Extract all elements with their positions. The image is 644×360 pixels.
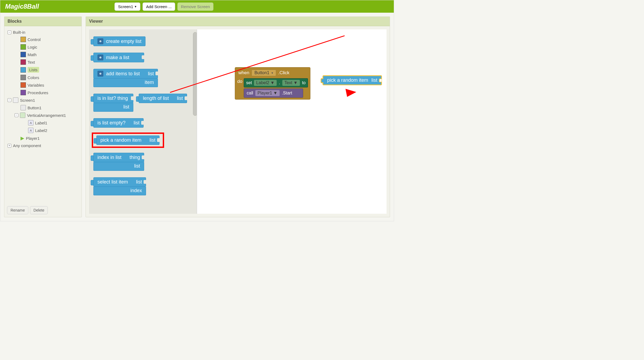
- block-arg: list: [123, 104, 129, 110]
- block-create-empty-list[interactable]: create empty list: [93, 36, 145, 46]
- event-name: .Click: [278, 70, 290, 76]
- block-label: add items to list: [106, 71, 140, 77]
- tree-label: Label1: [35, 121, 47, 125]
- svg-marker-6: [345, 89, 356, 97]
- remove-screen-button[interactable]: Remove Screen: [177, 2, 213, 11]
- add-screen-button[interactable]: Add Screen ...: [143, 2, 175, 11]
- tree-label: Any component: [13, 143, 41, 148]
- tree-label: Text: [28, 60, 35, 64]
- block-label: pick a random item: [327, 77, 368, 83]
- block-arg: thing: [130, 155, 140, 160]
- color-swatch-icon: [21, 59, 26, 65]
- app-title: Magic8Ball: [5, 3, 39, 10]
- tree-label: VerticalArrangement1: [27, 113, 66, 118]
- block-arg: list: [150, 137, 155, 143]
- viewer-canvas[interactable]: create empty list make a list add items …: [89, 29, 387, 214]
- collapse-icon[interactable]: −: [8, 98, 11, 102]
- block-arg: list: [134, 163, 140, 169]
- viewer-panel: Viewer create empty list make a list: [86, 16, 390, 217]
- delete-button[interactable]: Delete: [30, 206, 48, 214]
- chevron-down-icon: ▼: [293, 80, 298, 85]
- gear-icon: [97, 71, 103, 77]
- tree-node-vert1[interactable]: − VerticalArrangement1: [19, 111, 80, 119]
- tree-label: Built-in: [13, 30, 25, 35]
- block-select-list-item[interactable]: select list item list index: [93, 177, 146, 195]
- blocks-panel-title: Blocks: [4, 17, 82, 26]
- block-arg: list: [136, 179, 142, 185]
- screen-selector[interactable]: Screen1 ▼: [114, 2, 140, 11]
- tree-node-screen1[interactable]: − Screen1: [6, 96, 80, 104]
- chevron-down-icon: ▼: [134, 5, 137, 8]
- tree-node-procedures[interactable]: Procedures: [19, 89, 80, 96]
- tree-label: Screen1: [20, 98, 35, 103]
- block-label: is list empty?: [97, 120, 126, 126]
- tree-node-player1[interactable]: ▶Player1: [19, 134, 80, 142]
- tree-node-math[interactable]: Math: [19, 51, 80, 58]
- tree-node-anycomponent[interactable]: + Any component: [6, 142, 80, 149]
- method-name: .Start: [282, 91, 292, 96]
- attached-pick-random-block[interactable]: pick a random item list: [323, 75, 382, 85]
- tree-node-button1[interactable]: Button1: [19, 104, 80, 111]
- expand-icon[interactable]: +: [8, 144, 11, 148]
- block-make-a-list[interactable]: make a list: [93, 53, 144, 62]
- tree-node-label2[interactable]: ALabel2: [26, 127, 80, 134]
- tree-label: Colors: [28, 75, 39, 80]
- viewer-panel-title: Viewer: [86, 17, 390, 26]
- block-label: is in list? thing: [97, 96, 128, 101]
- annotation-arrow-head-icon: [345, 86, 359, 101]
- color-swatch-icon: [21, 52, 26, 57]
- rename-button[interactable]: Rename: [7, 206, 28, 214]
- tree-node-builtin[interactable]: − Built-in: [6, 29, 80, 36]
- tree-node-control[interactable]: Control: [19, 36, 80, 43]
- chevron-down-icon: ▼: [273, 91, 277, 96]
- component-dropdown[interactable]: Button1▼: [252, 70, 276, 76]
- top-bar: Magic8Ball Screen1 ▼ Add Screen ... Remo…: [0, 0, 394, 13]
- color-swatch-icon: [21, 75, 26, 80]
- highlight-box: pick a random item list: [92, 133, 164, 148]
- tree-label: Control: [28, 37, 40, 42]
- tree-node-logic[interactable]: Logic: [19, 43, 80, 51]
- layout-icon: [20, 113, 25, 118]
- when-button-click-block[interactable]: when Button1▼ .Click do set Label2▼ . Te…: [235, 67, 310, 100]
- block-index-in-list[interactable]: index in list thing list: [93, 153, 144, 171]
- svg-point-5: [100, 73, 101, 74]
- blocks-tree: − Built-in Control Logic Math Text Lists…: [4, 26, 82, 203]
- svg-point-1: [100, 41, 101, 42]
- collapse-icon[interactable]: −: [15, 113, 18, 117]
- component-dropdown[interactable]: Player1▼: [255, 90, 280, 96]
- svg-point-3: [100, 57, 101, 58]
- add-screen-label: Add Screen ...: [146, 4, 172, 9]
- component-dropdown[interactable]: Label2▼: [254, 80, 277, 86]
- block-label: index in list: [97, 155, 121, 160]
- tree-node-label1[interactable]: ALabel1: [26, 119, 80, 127]
- tree-label: Label2: [35, 128, 47, 133]
- label-icon: A: [28, 120, 33, 125]
- block-length-of-list[interactable]: length of list list: [139, 94, 187, 103]
- label-icon: A: [28, 128, 33, 133]
- block-is-list-empty[interactable]: is list empty? list: [93, 118, 144, 128]
- call-method-block[interactable]: call Player1▼ .Start: [244, 89, 303, 98]
- block-arg: index: [130, 188, 142, 193]
- when-keyword: when: [238, 70, 249, 76]
- block-add-items-to-list[interactable]: add items to list list item: [93, 69, 158, 87]
- set-property-block[interactable]: set Label2▼ . Text▼ to: [244, 78, 308, 87]
- tree-node-colors[interactable]: Colors: [19, 74, 80, 81]
- tree-label: Button1: [28, 106, 42, 110]
- tree-node-variables[interactable]: Variables: [19, 81, 80, 89]
- block-arg: list: [371, 77, 377, 83]
- set-keyword: set: [246, 80, 252, 85]
- block-pick-random-item[interactable]: pick a random item list: [96, 135, 160, 145]
- property-dropdown[interactable]: Text▼: [282, 80, 300, 86]
- collapse-icon[interactable]: −: [8, 30, 11, 34]
- chevron-down-icon: ▼: [270, 80, 274, 85]
- blocks-panel: Blocks − Built-in Control Logic Math Tex…: [4, 16, 82, 217]
- block-arg: list: [177, 96, 183, 101]
- screen-icon: [13, 97, 18, 103]
- block-label: pick a random item: [100, 137, 141, 143]
- block-is-in-list[interactable]: is in list? thing list: [93, 94, 133, 112]
- tree-node-text[interactable]: Text: [19, 58, 80, 66]
- color-swatch-icon: [21, 82, 26, 88]
- block-arg: list: [134, 120, 140, 126]
- tree-node-lists[interactable]: Lists: [19, 66, 80, 74]
- drawer-scrollbar[interactable]: [193, 32, 197, 116]
